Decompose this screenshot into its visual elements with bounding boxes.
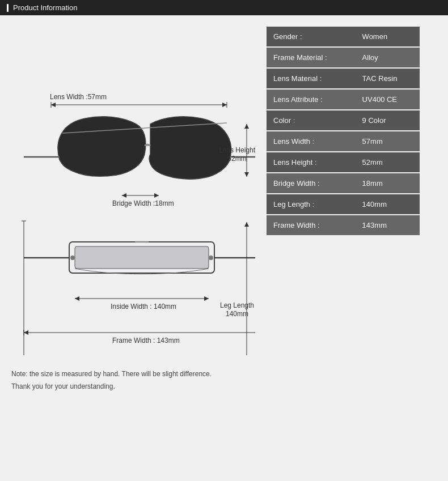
svg-marker-3 [51, 103, 56, 107]
main-content: Lens Width :57mm Bridge Width :18mm [0, 15, 448, 363]
spec-row: Frame Material :Alloy [267, 47, 420, 68]
spec-value: 52mm [356, 152, 420, 173]
spec-row: Bridge Width :18mm [267, 173, 420, 194]
spec-label: Leg Length : [267, 194, 356, 215]
svg-marker-11 [122, 193, 126, 198]
spec-value: 140mm [356, 194, 420, 215]
diagram-area: Lens Width :57mm Bridge Width :18mm [11, 27, 255, 357]
spec-value: 143mm [356, 215, 420, 236]
svg-text:Bridge Width :18mm: Bridge Width :18mm [112, 199, 174, 207]
svg-text:Leg Length: Leg Length [220, 301, 254, 309]
spec-label: Lens Attribute : [267, 89, 356, 110]
svg-marker-12 [154, 193, 159, 198]
svg-text:Lens Width :57mm: Lens Width :57mm [50, 93, 107, 101]
header-title: Product Information [13, 3, 77, 12]
svg-text:Inside Width : 140mm: Inside Width : 140mm [111, 303, 176, 310]
spec-value: 9 Color [356, 110, 420, 131]
svg-text:140mm: 140mm [226, 310, 248, 318]
spec-label: Color : [267, 110, 356, 131]
svg-marker-33 [204, 296, 209, 301]
spec-row: Gender :Women [267, 27, 420, 47]
note-area: Note: the size is measured by hand. Ther… [0, 363, 448, 398]
spec-value: 57mm [356, 131, 420, 152]
spec-label: Lens Material : [267, 68, 356, 89]
svg-text:Frame Width : 143mm: Frame Width : 143mm [112, 337, 180, 344]
specs-container: Gender :WomenFrame Material :AlloyLens M… [267, 27, 420, 357]
spec-row: Frame Width :143mm [267, 215, 420, 236]
spec-label: Frame Material : [267, 47, 356, 68]
spec-label: Frame Width : [267, 215, 356, 236]
product-diagram: Lens Width :57mm Bridge Width :18mm [11, 27, 255, 355]
svg-marker-32 [75, 296, 79, 301]
specs-table: Gender :WomenFrame Material :AlloyLens M… [267, 27, 420, 236]
spec-label: Gender : [267, 27, 356, 47]
svg-rect-20 [75, 246, 209, 269]
svg-marker-15 [244, 124, 249, 129]
svg-point-24 [70, 256, 75, 260]
spec-value: Alloy [356, 47, 420, 68]
page-header: Product Information [0, 0, 448, 15]
spec-row: Lens Height :52mm [267, 152, 420, 173]
svg-text:Lens Height: Lens Height [219, 146, 255, 154]
svg-text:52mm: 52mm [227, 155, 246, 163]
spec-row: Lens Material :TAC Resin [267, 68, 420, 89]
note-line1: Note: the size is measured by hand. Ther… [11, 368, 437, 381]
header-bar-icon [7, 4, 9, 12]
spec-label: Lens Height : [267, 152, 356, 173]
spec-row: Color :9 Color [267, 110, 420, 131]
svg-marker-16 [244, 172, 249, 177]
spec-row: Leg Length :140mm [267, 194, 420, 215]
spec-label: Lens Width : [267, 131, 356, 152]
spec-label: Bridge Width : [267, 173, 356, 194]
spec-value: Women [356, 27, 420, 47]
svg-marker-36 [24, 330, 28, 335]
spec-row: Lens Attribute :UV400 CE [267, 89, 420, 110]
spec-value: 18mm [356, 173, 420, 194]
svg-marker-27 [244, 222, 249, 227]
note-line2: Thank you for your understanding. [11, 381, 437, 393]
spec-value: UV400 CE [356, 89, 420, 110]
spec-value: TAC Resin [356, 68, 420, 89]
spec-row: Lens Width :57mm [267, 131, 420, 152]
svg-point-25 [209, 256, 213, 260]
svg-marker-4 [222, 103, 227, 107]
